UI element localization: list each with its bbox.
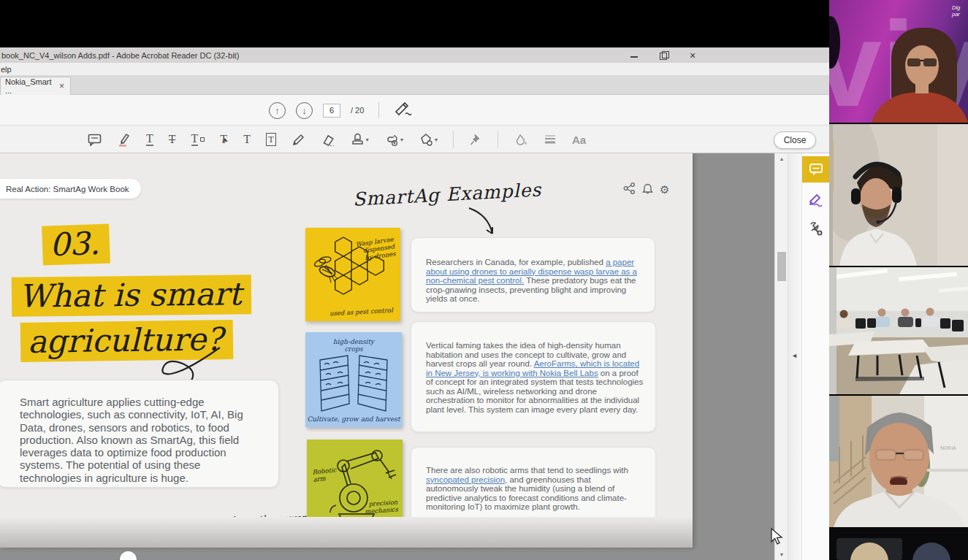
participant-4-feed: NOKIA	[829, 396, 968, 527]
note-caption: high-density crops	[305, 338, 402, 353]
tools-sidebar	[801, 153, 829, 560]
attach-dropdown-caret[interactable]: ▾	[400, 137, 403, 143]
notifications-bell-icon[interactable]	[642, 183, 653, 197]
page-count-label: / 20	[351, 106, 364, 115]
document-tab[interactable]: Nokia_Smart ... ×	[0, 77, 71, 95]
syncopated-precision-link[interactable]: syncopated precision,	[426, 475, 507, 484]
eraser-icon[interactable]	[321, 133, 335, 147]
minimize-icon[interactable]	[629, 51, 639, 60]
toolbar-divider	[498, 131, 498, 148]
participant-video-1[interactable]: vivo Dig par	[829, 0, 968, 123]
window-title: book_NC_V4_wilson Adds.pdf - Adobe Acrob…	[0, 51, 239, 60]
examples-heading: SmartAg Examples	[352, 179, 541, 210]
comment-toolbar: T T T T T T ▾ ▾ ▾ Aa Close	[0, 126, 829, 153]
participant-3-feed	[829, 267, 968, 394]
sticky-note-vertical-farm: high-density crops Cultivate, grow and h…	[305, 332, 402, 427]
tab-label: Nokia_Smart ...	[5, 77, 59, 95]
note-caption: precision mechanics	[365, 498, 399, 515]
menu-bar: elp	[0, 63, 829, 75]
note-caption: Cultivate, grow and harvest	[305, 415, 402, 423]
heading-number: 03.	[42, 223, 110, 265]
intro-card: Smart agriculture applies cutting-edge t…	[0, 380, 279, 488]
underline-text-icon[interactable]: T	[146, 133, 153, 146]
participant-video-3[interactable]	[829, 266, 968, 394]
card-text-pre: There are also robotic arms that tend to…	[426, 466, 628, 475]
screen-share-area: book_NC_V4_wilson Adds.pdf - Adobe Acrob…	[0, 0, 829, 560]
screen: book_NC_V4_wilson Adds.pdf - Adobe Acrob…	[0, 0, 968, 560]
highlighter-icon[interactable]	[117, 133, 131, 147]
document-canvas: Real Action: SmartAg Work Book SmartAg E…	[0, 153, 829, 560]
menu-item-help-partial[interactable]: elp	[1, 65, 12, 74]
sticky-note-icon[interactable]	[88, 133, 102, 147]
page-badge: Real Action: SmartAg Work Book	[0, 179, 141, 199]
participant-avatar-strip	[829, 527, 968, 560]
page-number-input[interactable]: 6	[323, 104, 340, 118]
brand-overlay-text-1: Dig	[952, 4, 961, 11]
tab-close-icon[interactable]: ×	[59, 81, 64, 91]
close-comment-toolbar-button[interactable]: Close	[774, 131, 816, 149]
window-close-icon[interactable]: ×	[687, 51, 698, 60]
strikethrough-text-icon[interactable]: T	[169, 134, 176, 145]
vertical-scrollbar[interactable]: ▲ ▼	[774, 153, 788, 560]
mouse-cursor	[769, 527, 785, 546]
drawing-dropdown-caret[interactable]: ▾	[435, 137, 438, 143]
participant-video-2[interactable]	[829, 123, 968, 266]
collapse-panel-icon[interactable]: ◄	[791, 352, 798, 359]
stamp-icon[interactable]: ▾	[351, 133, 369, 147]
insert-text-icon[interactable]: T	[220, 134, 228, 145]
more-tools-button[interactable]	[802, 216, 829, 242]
fill-color-icon[interactable]	[514, 133, 528, 147]
settings-gear-icon[interactable]: ⚙	[660, 184, 669, 196]
text-card-vertical-farming: Vertical faming takes the idea of high-d…	[411, 321, 656, 432]
avatar-strip-graphic	[829, 527, 968, 560]
comment-tool-button[interactable]	[802, 156, 829, 183]
scrollbar-thumb[interactable]	[777, 252, 786, 281]
tab-bar: Nokia_Smart ... ×	[0, 75, 829, 95]
pencil-icon[interactable]	[291, 133, 305, 147]
participant-video-4[interactable]: NOKIA	[829, 394, 968, 527]
drawing-tools-icon[interactable]: ▾	[419, 133, 438, 147]
stamp-dropdown-caret[interactable]: ▾	[366, 137, 369, 143]
text-card-researchers: Researchers in Canada, for example, publ…	[411, 237, 655, 312]
video-call-panel: vivo Dig par	[829, 0, 968, 560]
panel-edge: ◄	[788, 153, 801, 560]
fill-and-sign-pen-icon[interactable]	[394, 101, 413, 119]
text-box-icon[interactable]: T	[266, 133, 276, 146]
intro-text: Smart agriculture applies cutting-edge t…	[20, 396, 259, 484]
text-card-robotic-arms: There are also robotic arms that tend to…	[411, 447, 656, 527]
scroll-down-icon[interactable]: ▼	[775, 552, 788, 557]
next-page-button[interactable]: ↓	[296, 102, 313, 119]
card-text-pre: Researchers in Canada, for example, publ…	[426, 258, 606, 266]
note-caption: Robotic arm	[312, 466, 338, 483]
previous-page-button[interactable]: ↑	[269, 102, 286, 119]
attach-file-icon[interactable]: ▾	[384, 133, 403, 147]
page-corner-dot	[120, 551, 137, 560]
main-toolbar: ↑ ↓ 6 / 20	[0, 95, 829, 126]
page-corner-icons: ⚙	[623, 183, 669, 197]
share-icon[interactable]	[623, 183, 636, 197]
participant-1-feed: vivo Dig par	[829, 0, 968, 123]
heading-line1: What is smart	[12, 275, 252, 316]
examples-arrow	[466, 206, 504, 241]
replace-text-icon[interactable]: T	[191, 133, 205, 146]
participant-2-feed	[829, 124, 968, 266]
add-text-icon[interactable]: T	[243, 134, 251, 145]
page-bottom-fade	[0, 517, 693, 548]
title-bar: book_NC_V4_wilson Adds.pdf - Adobe Acrob…	[0, 47, 829, 63]
line-weight-icon[interactable]	[544, 134, 557, 145]
pdf-page: Real Action: SmartAg Work Book SmartAg E…	[0, 153, 693, 548]
scroll-up-icon[interactable]: ▲	[775, 156, 788, 161]
restore-icon[interactable]	[658, 51, 668, 60]
toolbar-divider	[453, 131, 454, 148]
wall-sign-text: NOKIA	[940, 445, 956, 450]
toolbar-divider	[378, 102, 379, 118]
fill-and-sign-tool-button[interactable]	[802, 187, 829, 213]
text-style-icon[interactable]: Aa	[572, 134, 586, 146]
brand-overlay-text-2: par	[951, 11, 960, 18]
pin-icon[interactable]	[469, 133, 482, 147]
sticky-note-wasp: Wasp larvae dispensed by drones used as …	[305, 228, 400, 321]
